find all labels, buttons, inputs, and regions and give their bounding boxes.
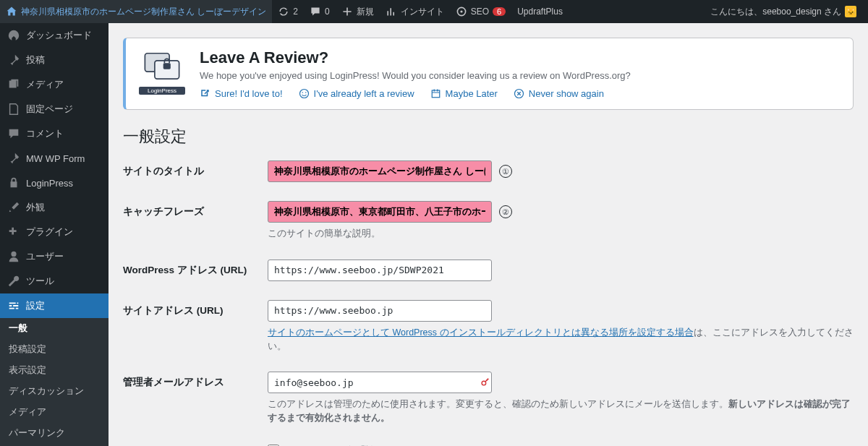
- form-icon: [7, 152, 20, 165]
- svg-point-7: [305, 92, 307, 93]
- notice-text: We hope you've enjoyed using LoginPress!…: [200, 70, 631, 81]
- menu-dashboard[interactable]: ダッシュボード: [0, 23, 109, 48]
- label-tagline: キャッチフレーズ: [123, 201, 268, 218]
- toolbar-account[interactable]: こんにちは、seeboo_design さん 🐱: [705, 0, 862, 23]
- toolbar-site-link[interactable]: 神奈川県相模原市のホームページ制作屋さん しーぼーデザイン: [0, 0, 272, 23]
- input-tagline[interactable]: [268, 201, 492, 223]
- comment-icon: [7, 127, 20, 140]
- refresh-icon: [278, 6, 289, 17]
- settings-form: サイトのタイトル ① キャッチフレーズ ②: [123, 160, 854, 446]
- label-admin-email: 管理者メールアドレス: [123, 372, 268, 389]
- notice-action-already[interactable]: I've already left a review: [299, 88, 414, 99]
- toolbar-updraft[interactable]: UpdraftPlus: [511, 0, 569, 23]
- desc-site-url: サイトのホームページとして WordPress のインストールディレクトリとは異…: [268, 326, 854, 353]
- dismiss-icon: [514, 88, 524, 99]
- desc-tagline: このサイトの簡単な説明。: [268, 227, 854, 241]
- input-wp-url[interactable]: [268, 260, 492, 281]
- menu-label: ユーザー: [26, 250, 64, 263]
- seo-icon: [456, 6, 467, 17]
- svg-rect-8: [432, 90, 440, 98]
- menu-users[interactable]: ユーザー: [0, 244, 109, 269]
- greeting-text: こんにちは、seeboo_design さん: [710, 6, 841, 18]
- menu-appearance[interactable]: 外観: [0, 195, 109, 220]
- svg-point-10: [482, 381, 486, 385]
- link-label: I've already left a review: [314, 88, 414, 99]
- link-label: Never show again: [529, 88, 604, 99]
- marker-1: ①: [499, 165, 512, 178]
- comments-count: 0: [325, 7, 330, 17]
- smile-icon: [299, 88, 310, 99]
- user-icon: [7, 250, 20, 263]
- svg-point-6: [302, 92, 303, 93]
- media-icon: [7, 78, 20, 91]
- key-icon: [480, 377, 490, 389]
- menu-label: 設定: [26, 299, 45, 312]
- submenu-permalinks[interactable]: パーマリンク: [0, 423, 109, 444]
- loginpress-logo: LoginPress: [139, 48, 185, 95]
- notice-action-never[interactable]: Never show again: [514, 88, 604, 99]
- plus-icon: [341, 6, 353, 17]
- chart-icon: [386, 6, 397, 17]
- home-icon: [6, 6, 17, 17]
- seo-label: SEO: [471, 7, 489, 17]
- pin-icon: [7, 53, 20, 67]
- menu-label: ダッシュボード: [26, 29, 92, 42]
- desc-site-url-link[interactable]: サイトのホームページとして WordPress のインストールディレクトリとは異…: [268, 327, 694, 338]
- input-site-title[interactable]: [268, 160, 492, 182]
- menu-label: MW WP Form: [26, 153, 85, 164]
- toolbar-new[interactable]: 新規: [336, 0, 380, 23]
- plugin-icon: [7, 226, 20, 239]
- review-notice: LoginPress Leave A Review? We hope you'v…: [123, 38, 854, 110]
- notice-action-sure[interactable]: Sure! I'd love to!: [200, 88, 283, 99]
- submenu-writing[interactable]: 投稿設定: [0, 339, 109, 360]
- dashboard-icon: [7, 29, 20, 42]
- content-area: LoginPress Leave A Review? We hope you'v…: [109, 23, 868, 446]
- menu-label: コメント: [26, 127, 64, 140]
- menu-settings[interactable]: 設定: [0, 293, 109, 318]
- label-site-title: サイトのタイトル: [123, 160, 268, 178]
- page-title: 一般設定: [123, 126, 854, 147]
- menu-mwwpform[interactable]: MW WP Form: [0, 146, 109, 171]
- menu-label: 外観: [26, 201, 45, 214]
- notice-action-later[interactable]: Maybe Later: [430, 88, 498, 99]
- label-wp-url: WordPress アドレス (URL): [123, 260, 268, 277]
- comment-icon: [310, 6, 321, 17]
- submenu-media[interactable]: メディア: [0, 402, 109, 423]
- toolbar-comments[interactable]: 0: [304, 0, 336, 23]
- admin-toolbar: 神奈川県相模原市のホームページ制作屋さん しーぼーデザイン 2 0 新規 インサ…: [0, 0, 868, 23]
- brush-icon: [7, 201, 20, 214]
- submenu-discussion[interactable]: ディスカッション: [0, 381, 109, 402]
- menu-label: LoginPress: [26, 178, 73, 189]
- submenu-general[interactable]: 一般: [0, 318, 109, 339]
- input-admin-email[interactable]: [268, 372, 492, 393]
- menu-tools[interactable]: ツール: [0, 269, 109, 293]
- label-site-url: サイトアドレス (URL): [123, 300, 268, 317]
- menu-label: 投稿: [26, 53, 45, 67]
- submenu-reading[interactable]: 表示設定: [0, 360, 109, 381]
- menu-plugins[interactable]: プラグイン: [0, 220, 109, 244]
- menu-comments[interactable]: コメント: [0, 121, 109, 146]
- admin-sidebar: ダッシュボード 投稿 メディア 固定ページ コメント MW WP Form Lo…: [0, 23, 109, 446]
- desc-admin-email: このアドレスは管理のために使用されます。変更すると、確認のため新しいアドレスにメ…: [268, 398, 854, 425]
- menu-media[interactable]: メディア: [0, 72, 109, 97]
- menu-loginpress[interactable]: LoginPress: [0, 171, 109, 195]
- input-site-url[interactable]: [268, 300, 492, 322]
- desc-text: このアドレスは管理のために使用されます。変更すると、確認のため新しいアドレスにメ…: [268, 399, 728, 409]
- link-label: Maybe Later: [446, 88, 498, 99]
- toolbar-site-name: 神奈川県相模原市のホームページ制作屋さん しーぼーデザイン: [21, 6, 266, 18]
- toolbar-seo[interactable]: SEO 6: [450, 0, 511, 23]
- updraft-label: UpdraftPlus: [517, 7, 563, 17]
- updates-count: 2: [293, 7, 298, 17]
- notice-title: Leave A Review?: [200, 48, 631, 67]
- svg-point-1: [460, 10, 462, 12]
- menu-pages[interactable]: 固定ページ: [0, 97, 109, 121]
- seo-badge: 6: [493, 7, 506, 16]
- menu-label: ツール: [26, 275, 54, 288]
- page-icon: [7, 103, 20, 116]
- insights-label: インサイト: [401, 6, 444, 18]
- toolbar-updates[interactable]: 2: [272, 0, 304, 23]
- toolbar-insights[interactable]: インサイト: [380, 0, 450, 23]
- menu-posts[interactable]: 投稿: [0, 48, 109, 72]
- menu-label: メディア: [26, 78, 64, 91]
- svg-rect-4: [163, 63, 171, 69]
